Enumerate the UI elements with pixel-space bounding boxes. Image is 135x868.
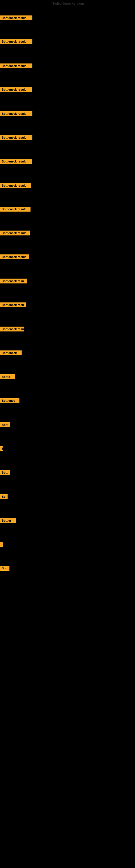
bottleneck-badge-2: Bottleneck result <box>0 39 32 44</box>
bottleneck-badge-9: Bottleneck result <box>0 207 31 212</box>
bottleneck-badge-24: Bot <box>0 566 9 571</box>
bottleneck-badge-23: | <box>0 542 3 547</box>
bottleneck-badge-16: Bottle <box>0 374 15 379</box>
bottleneck-badge-14: Bottleneck resu <box>0 327 24 332</box>
bottleneck-badge-4: Bottleneck result <box>0 87 32 92</box>
bottleneck-badge-22: Bottler <box>0 518 16 523</box>
bottleneck-badge-12: Bottleneck resu <box>0 279 27 283</box>
bottleneck-badge-5: Bottleneck result <box>0 111 32 116</box>
bottleneck-badge-18: Bott <box>0 422 10 427</box>
bottleneck-badge-6: Bottleneck result <box>0 135 32 140</box>
bottleneck-badge-10: Bottleneck result <box>0 230 30 236</box>
bottleneck-badge-19: B <box>0 446 3 451</box>
bottleneck-badge-20: Bott <box>0 470 10 475</box>
bottleneck-badge-21: Bo <box>0 494 8 499</box>
bottleneck-badge-7: Bottleneck result <box>0 159 32 164</box>
bottleneck-badge-11: Bottleneck result <box>0 254 29 259</box>
bottleneck-badge-15: Bottleneck <box>0 350 21 355</box>
bottleneck-badge-3: Bottleneck result <box>0 63 32 68</box>
bottleneck-badge-1: Bottleneck result <box>0 16 32 20</box>
site-title: TheBottlenecker.com <box>0 1 135 5</box>
bottleneck-badge-17: Bottlenec <box>0 398 19 403</box>
bottleneck-badge-8: Bottleneck result <box>0 183 31 188</box>
bottleneck-badge-13: Bottleneck resu <box>0 303 26 307</box>
